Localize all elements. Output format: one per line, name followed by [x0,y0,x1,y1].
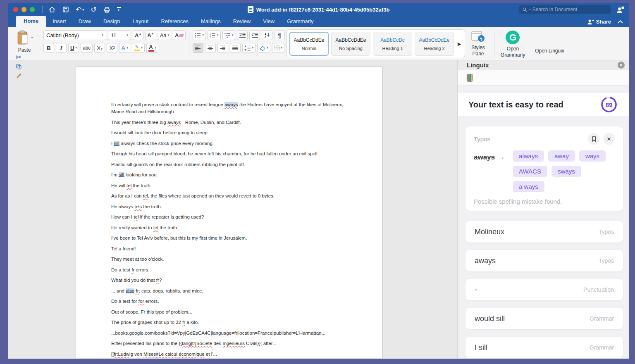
bookmark-button[interactable] [588,133,599,145]
suggestion-pill[interactable]: AWACS [513,166,547,177]
styles-pane-button[interactable]: ¶ Styles Pane [465,29,491,58]
sort-button[interactable]: AZ [262,30,272,40]
dismiss-suggestion-button[interactable]: ✕ [603,133,615,145]
tab-home[interactable]: Home [16,15,46,27]
shrink-font-button[interactable]: A▼ [145,30,156,40]
tab-mailings[interactable]: Mailings [195,16,227,27]
cut-icon[interactable]: ✂ [14,54,23,61]
text-run: It certainly will prove a stark contrast… [111,102,224,107]
close-panel-icon[interactable]: ✕ [618,62,625,69]
strikethrough-button[interactable]: abc [81,43,93,53]
open-linguix-button[interactable]: Open Linguix [535,29,564,58]
clear-formatting-button[interactable]: A [173,30,186,40]
paragraph: The price of grapes shot up to 32 fr a k… [111,319,347,326]
align-left-button[interactable] [193,43,203,53]
styles-more-icon[interactable]: ▶ [456,41,462,47]
style-normal[interactable]: AaBbCcDdEe Normal [289,32,329,56]
misspelled-word: Mises#Le calcul économique [143,352,205,357]
suggestion-pill[interactable]: away [548,150,575,162]
superscript-button[interactable]: X² [107,43,117,53]
issue-card[interactable]: -Punctuation [466,279,623,300]
style-heading-1[interactable]: AaBbCcDc Heading 1 [373,32,412,56]
style-heading-2[interactable]: AaBbCcDdEe Heading 2 [415,32,454,56]
tab-insert[interactable]: Insert [46,16,72,27]
tab-design[interactable]: Design [97,16,126,27]
document-page[interactable]: It certainly will prove a stark contrast… [76,67,383,358]
text-effects-button[interactable]: A▾ [119,43,130,53]
change-case-button[interactable]: Aa▾ [158,30,171,40]
underline-button[interactable]: U▾ [68,43,79,53]
decrease-indent-button[interactable] [237,30,248,40]
tab-grammarly[interactable]: Grammarly [281,16,320,27]
font-name-select[interactable]: Calibri (Body)▾ [43,30,106,40]
print-icon[interactable] [103,6,110,13]
text-run: des [212,341,222,346]
home-icon[interactable] [48,6,56,13]
text-run: the truth. [131,183,152,188]
line-spacing-button[interactable]: ▾ [242,43,255,53]
ribbon-tab-row: Home Insert Draw Design Layout Reference… [8,16,629,27]
paragraph: How can I tel if the repeater is getting… [111,214,347,221]
text-run: They meet at too o'clock. [111,257,164,262]
grammarly-icon: G [506,31,520,44]
zoom-window-button[interactable] [30,7,35,12]
font-color-button[interactable]: A▾ [146,43,159,53]
issue-card[interactable]: would sillGrammar [466,308,623,329]
numbered-list-button[interactable]: 123 ▾ [208,30,221,40]
save-icon[interactable] [62,6,69,13]
suggestion-pill[interactable]: a ways [513,181,544,192]
justify-button[interactable] [230,43,241,53]
suggestion-pill[interactable]: always [513,150,544,162]
search-input[interactable] [532,7,599,12]
tab-layout[interactable]: Layout [126,16,155,27]
collapse-ribbon-icon[interactable] [618,20,623,24]
issue-card[interactable]: I sillGrammar [466,337,623,358]
align-center-button[interactable] [205,43,216,53]
bullet-list-button[interactable]: ▾ [193,30,206,40]
paste-button[interactable]: ▾ Paste [12,30,36,53]
highlight-button[interactable]: ✎▾ [132,43,145,53]
issue-text: would sill [475,314,505,323]
contacts-icon[interactable] [616,6,625,13]
text-run: Though his heart sill pumped blood, he n… [111,151,319,156]
share-button[interactable]: Share [587,19,611,25]
redo-icon[interactable]: ↺ [91,6,96,13]
issue-card[interactable]: awaysTypos [466,250,623,271]
align-right-button[interactable] [217,43,228,53]
bold-button[interactable]: B [43,43,54,53]
text-run: Do a test [111,267,131,272]
text-run: errors. [144,299,159,304]
tab-draw[interactable]: Draw [72,16,97,27]
issue-text: - [475,285,477,294]
close-window-button[interactable] [13,7,18,12]
multilevel-list-button[interactable]: ▾ [222,30,236,40]
borders-button[interactable]: ▾ [272,43,285,53]
readability-score: 89 [600,95,618,114]
misspelled-word: aways [224,102,238,107]
grow-font-button[interactable]: A▲ [133,30,143,40]
italic-button[interactable]: I [56,43,67,53]
tab-view[interactable]: View [257,16,281,27]
paragraph: Do a test fr errors. [111,266,347,274]
misspelled-word: for [138,299,144,304]
tab-review[interactable]: Review [227,16,257,27]
suggestion-pill[interactable]: ways [579,150,606,162]
text-run: ...books.google.com/books?id=VpyjGdEsCA4… [111,331,325,335]
pilcrow-button[interactable]: ¶ [274,30,285,40]
toolbar-options-icon[interactable]: ▾ [117,7,121,12]
tab-references[interactable]: References [155,16,195,27]
suggestion-pill[interactable]: sways [551,166,581,177]
style-no-spacing[interactable]: AaBbCcDdEe No Spacing [331,32,370,56]
svg-text:Z: Z [264,36,266,38]
paragraph: Though his heart sill pumped blood, he n… [111,150,347,157]
shading-button[interactable]: ▾ [257,43,270,53]
font-size-select[interactable]: 11▾ [108,30,131,40]
text-run: Out of scope. Fr this type of problem... [111,309,192,314]
subscript-button[interactable]: X₂ [94,43,105,53]
undo-icon[interactable]: ↶▾ [76,6,84,13]
search-box[interactable]: ▾ [519,5,611,14]
open-grammarly-button[interactable]: G Open Grammarly [498,29,528,58]
increase-indent-button[interactable] [249,30,260,40]
issue-card[interactable]: MolineuxTypos [466,221,623,243]
minimize-window-button[interactable] [21,7,26,12]
